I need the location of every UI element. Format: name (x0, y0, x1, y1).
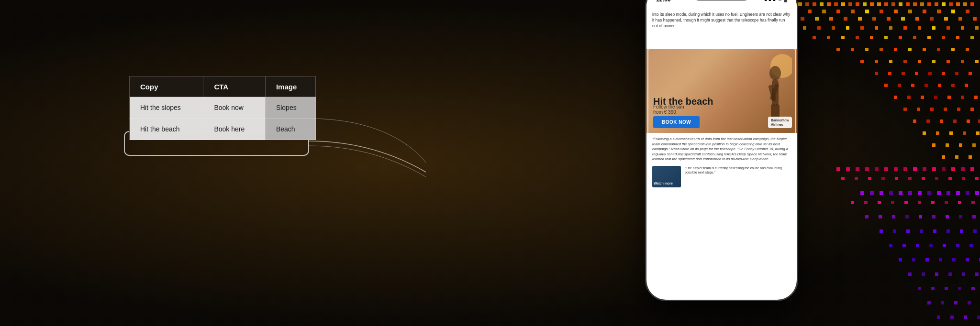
signal-icon: ▲▲▲ (764, 0, 777, 2)
watch-more-text: "The Kepler team is currently assessing … (685, 166, 791, 187)
phone-news-text-top: into its sleep mode, during which it use… (646, 8, 797, 33)
data-table-container: Copy CTA Image Hit the slopes Book now S… (129, 76, 316, 140)
news-text-content: into its sleep mode, during which it use… (652, 12, 790, 28)
watch-more-thumbnail: Watch more (652, 166, 681, 187)
wifi-icon: ≋ (778, 0, 782, 2)
image-header: Image (265, 77, 315, 97)
copy-cell-1: Hit the slopes (130, 97, 203, 119)
phone-notch (690, 0, 753, 0)
copy-cell-2: Hit the beach (130, 119, 203, 140)
cta-cell-1: Book now (203, 97, 265, 119)
battery-icon: ▓ (784, 0, 787, 2)
watch-more-label: Watch more (654, 181, 673, 186)
phone-ad-banner: Hit the beach Follow the sun from € 390 … (646, 49, 797, 133)
phone-article-text: "Following a successful return of data f… (646, 133, 797, 191)
phone-screen: 12:50 ▲▲▲ ≋ ▓ into its sleep mode, durin… (646, 0, 797, 300)
cta-cell-2: Book here (203, 119, 265, 140)
table-row: Hit the slopes Book now Slopes (130, 97, 316, 119)
svg-point-259 (769, 66, 781, 80)
phone-ad-logo: Bannerflow Airlines (768, 117, 792, 128)
phone-ad-subtext: Follow the sun from € 390 (653, 104, 684, 115)
background-overlay (0, 0, 980, 326)
image-cell-2: Beach (265, 119, 315, 140)
phone-status-icons: ▲▲▲ ≋ ▓ (764, 0, 787, 2)
phone-ad-cta-button[interactable]: BOOK NOW (653, 116, 700, 128)
copy-header: Copy (130, 77, 203, 97)
phone-frame: 12:50 ▲▲▲ ≋ ▓ into its sleep mode, durin… (645, 0, 798, 301)
watch-more-section: Watch more "The Kepler team is currently… (652, 166, 791, 187)
phone-status-bar: 12:50 ▲▲▲ ≋ ▓ (646, 0, 797, 8)
phone-time: 12:50 (656, 0, 671, 3)
article-quote: "Following a successful return of data f… (652, 137, 791, 162)
image-cell-1: Slopes (265, 97, 315, 119)
cta-header: CTA (203, 77, 265, 97)
phone-mockup: 12:50 ▲▲▲ ≋ ▓ into its sleep mode, durin… (645, 0, 798, 326)
table-row: Hit the beach Book here Beach (130, 119, 316, 140)
copy-table: Copy CTA Image Hit the slopes Book now S… (129, 76, 316, 140)
